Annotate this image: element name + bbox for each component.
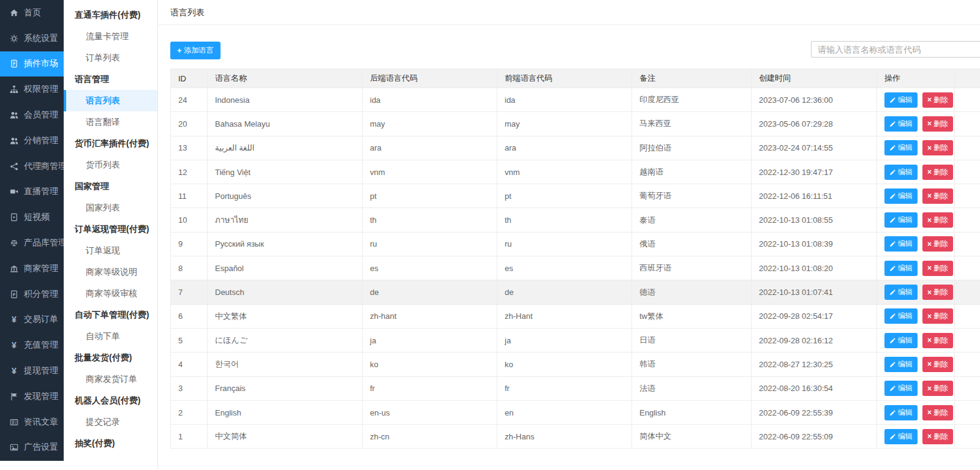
search-input[interactable] [811, 41, 980, 58]
svg-text:P: P [13, 292, 16, 296]
cell-remark: 西班牙语 [632, 256, 752, 280]
sidebar-item[interactable]: 短视频 [0, 204, 64, 230]
pencil-icon [889, 97, 896, 103]
sidebar-item[interactable]: 发现管理 [0, 384, 64, 409]
submenu-item[interactable]: 流量卡管理 [64, 26, 157, 47]
edit-button[interactable]: 编辑 [884, 236, 918, 252]
pencil-icon [889, 433, 896, 440]
submenu-group-title[interactable]: 语言管理 [64, 69, 157, 90]
delete-button[interactable]: ×删除 [922, 285, 953, 300]
edit-button[interactable]: 编辑 [884, 165, 918, 180]
cell-id: 20 [171, 112, 208, 136]
submenu-group-title[interactable]: 机器人会员(付费) [64, 390, 157, 411]
submenu-group-title[interactable]: 订单返现管理(付费) [64, 218, 157, 240]
submenu-item[interactable]: 国家列表 [64, 197, 157, 218]
submenu-item[interactable]: 商家等级审核 [64, 283, 157, 304]
delete-button[interactable]: ×删除 [922, 116, 953, 132]
cell-remark: 印度尼西亚 [632, 88, 752, 112]
cell-created-at: 2022-10-13 01:08:20 [752, 256, 877, 280]
delete-button[interactable]: ×删除 [922, 333, 953, 348]
cell-frontend-code: de [497, 280, 632, 304]
edit-button[interactable]: 编辑 [884, 285, 918, 300]
edit-button[interactable]: 编辑 [884, 381, 918, 396]
x-icon: × [927, 120, 932, 127]
cell-language-name: Português [208, 184, 363, 208]
delete-button[interactable]: ×删除 [922, 405, 953, 420]
delete-button[interactable]: ×删除 [922, 165, 953, 180]
sidebar-item-label: 资讯文章 [24, 417, 58, 428]
cell-frontend-code: vnm [497, 160, 632, 184]
edit-button[interactable]: 编辑 [884, 140, 918, 155]
submenu-item[interactable]: 提交记录 [64, 411, 157, 433]
submenu-group-title[interactable]: 货币汇率插件(付费) [64, 133, 157, 154]
sidebar-item[interactable]: 资讯文章 [0, 409, 64, 435]
delete-button[interactable]: ×删除 [922, 261, 953, 276]
edit-button[interactable]: 编辑 [884, 116, 918, 132]
submenu-group-title[interactable]: 抽奖(付费) [64, 433, 157, 454]
sidebar-item-label: 交易订单 [24, 314, 58, 325]
sidebar-item[interactable]: ¥交易订单 [0, 307, 64, 333]
sidebar-item-label: 充值管理 [24, 340, 58, 351]
delete-button[interactable]: ×删除 [922, 429, 953, 444]
sidebar-item[interactable]: 商家管理 [0, 256, 64, 282]
cell-created-at: 2022-09-28 02:16:12 [752, 328, 877, 352]
edit-button[interactable]: 编辑 [884, 333, 918, 348]
sidebar-item[interactable]: ¥充值管理 [0, 332, 64, 358]
delete-button[interactable]: ×删除 [922, 140, 953, 155]
edit-button[interactable]: 编辑 [884, 308, 918, 324]
edit-button[interactable]: 编辑 [884, 212, 918, 228]
submenu-item[interactable]: 商家发货订单 [64, 368, 157, 390]
edit-button[interactable]: 编辑 [884, 357, 918, 372]
cell-created-at: 2022-10-13 01:08:39 [752, 232, 877, 256]
table-row: 10ภาษาไทยthth泰语2022-10-13 01:08:55编辑×删除 [171, 208, 980, 232]
delete-button[interactable]: ×删除 [922, 212, 953, 228]
delete-button[interactable]: ×删除 [922, 188, 953, 204]
cell-backend-code: ja [363, 328, 497, 352]
add-language-button[interactable]: +添加语言 [170, 42, 221, 59]
submenu-item[interactable]: 商家等级说明 [64, 261, 157, 283]
sidebar-item[interactable]: 会员管理 [0, 102, 64, 128]
yen-icon: ¥ [9, 366, 19, 376]
submenu-group-title[interactable]: 自动下单管理(付费) [64, 304, 157, 326]
delete-button[interactable]: ×删除 [922, 308, 953, 324]
sidebar-item[interactable]: 广告设置 [0, 435, 64, 461]
submenu-item[interactable]: 订单列表 [64, 47, 157, 69]
sidebar-item[interactable]: 代理商管理 [0, 154, 64, 179]
submenu-group-title[interactable]: 直通车插件(付费) [64, 4, 157, 26]
delete-button[interactable]: ×删除 [922, 381, 953, 396]
submenu-item[interactable]: 自动下单 [64, 326, 157, 347]
delete-button[interactable]: ×删除 [922, 236, 953, 252]
sidebar-item[interactable]: 产品库管理 [0, 230, 64, 256]
pencil-icon [889, 289, 896, 296]
table-row: 2Englishen-usenEnglish2022-06-09 22:55:3… [171, 400, 980, 424]
sidebar-item[interactable]: 插件市场 [0, 51, 64, 77]
pencil-icon [889, 144, 896, 151]
submenu-group-title[interactable]: 国家管理 [64, 176, 157, 197]
cell-remark: 马来西亚 [632, 112, 752, 136]
pencil-icon [889, 265, 896, 272]
submenu-group-title[interactable]: 批量发货(付费) [64, 347, 157, 368]
submenu-item[interactable]: 语言翻译 [64, 111, 157, 133]
submenu-item[interactable]: 货币列表 [64, 154, 157, 176]
sidebar-item[interactable]: ¥提现管理 [0, 358, 64, 384]
sidebar-item[interactable]: 系统设置 [0, 26, 64, 51]
sidebar-item[interactable]: P积分管理 [0, 282, 64, 307]
sidebar-item[interactable]: 直播管理 [0, 179, 64, 205]
pencil-icon [889, 217, 896, 223]
sidebar-item[interactable]: 分销管理 [0, 128, 64, 154]
table-row: 1中文简体zh-cnzh-Hans简体中文2022-06-09 22:55:09… [171, 425, 980, 449]
submenu-item[interactable]: 订单返现 [64, 240, 157, 261]
pencil-icon [889, 241, 896, 247]
edit-button[interactable]: 编辑 [884, 92, 918, 108]
sidebar-item[interactable]: 权限管理 [0, 76, 64, 102]
edit-button[interactable]: 编辑 [884, 261, 918, 276]
edit-button[interactable]: 编辑 [884, 405, 918, 420]
delete-button[interactable]: ×删除 [922, 92, 953, 108]
delete-button[interactable]: ×删除 [922, 357, 953, 372]
sidebar-item-label: 首页 [24, 7, 41, 18]
sidebar-item[interactable]: 首页 [0, 0, 64, 26]
edit-button[interactable]: 编辑 [884, 429, 918, 444]
sidebar-item-label: 积分管理 [24, 289, 58, 300]
edit-button[interactable]: 编辑 [884, 188, 918, 204]
submenu-item[interactable]: 语言列表 [64, 90, 157, 111]
